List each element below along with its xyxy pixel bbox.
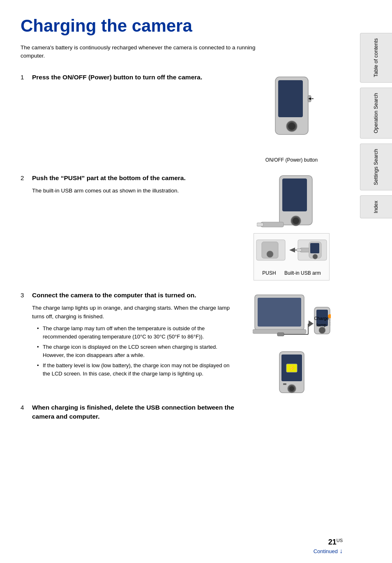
bullet-2: The charge icon is displayed on the LCD …	[37, 343, 234, 359]
page-title: Charging the camera	[21, 16, 347, 35]
push-usb-diagram-svg	[256, 238, 327, 266]
push-label: PUSH	[262, 270, 276, 276]
tab-label-settings: Settings Search	[373, 149, 379, 185]
step-3-text: 3 Connect the camera to the computer tha…	[21, 291, 234, 395]
svg-rect-1	[278, 80, 303, 117]
sidebar-tab-index[interactable]: Index	[360, 195, 392, 219]
page-number: 21US	[328, 538, 343, 547]
svg-marker-30	[309, 320, 314, 327]
tab-label-operation: Operation Search	[373, 93, 379, 133]
svg-rect-20	[297, 249, 302, 251]
bullet-1: The charge lamp may turn off when the te…	[37, 324, 234, 341]
step-1-image: ON/OFF (Power) button	[234, 73, 347, 164]
step-1-text: 1 Press the ON/OFF (Power) button to tur…	[21, 73, 234, 164]
push-usb-diagram-box: PUSH Built-in USB arm	[254, 233, 330, 280]
sidebar-tabs: Table of contents Operation Search Setti…	[355, 0, 392, 563]
svg-rect-25	[258, 298, 301, 327]
step-3-header: 3 Connect the camera to the computer tha…	[21, 291, 234, 300]
step-1-camera-illustration: ON/OFF (Power) button	[265, 73, 318, 164]
sidebar-tab-table-of-contents[interactable]: Table of contents	[360, 33, 392, 83]
step-3-row: 3 Connect the camera to the computer tha…	[21, 291, 347, 395]
sidebar-tab-operation-search[interactable]: Operation Search	[360, 88, 392, 139]
step-4-header: 4 When charging is finished, delete the …	[21, 403, 234, 421]
step-1-caption: ON/OFF (Power) button	[265, 157, 318, 164]
push-usb-labels: PUSH Built-in USB arm	[258, 270, 325, 276]
step-2-header: 2 Push the “PUSH” part at the bottom of …	[21, 174, 234, 183]
intro-text: The camera's battery is continuously rec…	[21, 44, 259, 60]
svg-point-42	[289, 386, 294, 391]
svg-rect-11	[261, 222, 284, 227]
step-1-title: Press the ON/OFF (Power) button to turn …	[32, 73, 202, 82]
step-2-image: PUSH Built-in USB arm	[234, 174, 347, 280]
svg-rect-8	[282, 178, 307, 211]
step-2-number: 2	[21, 174, 29, 182]
page-container: Charging the camera The camera's battery…	[0, 0, 392, 563]
step-4-row: 4 When charging is finished, delete the …	[21, 403, 347, 425]
continued-label: Continued	[314, 548, 338, 554]
continued-indicator: Continued ↓	[314, 547, 343, 555]
svg-text:⚡: ⚡	[288, 365, 295, 372]
tab-label-toc: Table of contents	[373, 38, 379, 77]
camera-svg-step1	[265, 73, 318, 155]
bullet-3: If the battery level is low (low battery…	[37, 361, 234, 378]
usb-arm-label: Built-in USB arm	[284, 270, 321, 276]
svg-rect-27	[277, 333, 284, 336]
step-1-number: 1	[21, 73, 29, 81]
tab-label-index: Index	[373, 201, 379, 213]
step-2-description: The built-in USB arm comes out as shown …	[32, 187, 234, 195]
continued-arrow: ↓	[339, 547, 343, 555]
step-3-title: Connect the camera to the computer that …	[32, 291, 196, 300]
charge-lamp-label: Charge lamp	[314, 315, 330, 328]
svg-point-23	[313, 254, 318, 259]
svg-point-3	[288, 123, 295, 130]
step-3-description1: The charge lamp lights up in orange, and…	[32, 304, 234, 321]
step-3-number: 3	[21, 291, 29, 299]
camera-usb-svg	[257, 174, 327, 233]
step-4-number: 4	[21, 403, 29, 412]
laptop-camera-connection: Charge lamp	[253, 291, 331, 345]
step-2-title: Push the “PUSH” part at the bottom of th…	[32, 174, 186, 183]
step-4-title: When charging is finished, delete the US…	[32, 403, 234, 421]
svg-marker-16	[289, 248, 295, 253]
step-2-row: 2 Push the “PUSH” part at the bottom of …	[21, 174, 347, 280]
svg-rect-40	[283, 383, 286, 385]
page-num-value: 21	[328, 538, 337, 546]
camera-charging-svg: ⚡	[277, 350, 306, 395]
step-2-text: 2 Push the “PUSH” part at the bottom of …	[21, 174, 234, 280]
svg-point-10	[293, 218, 299, 224]
sidebar-tab-settings-search[interactable]: Settings Search	[360, 144, 392, 190]
step-3-bullets: The charge lamp may turn off when the te…	[37, 324, 234, 378]
svg-rect-22	[310, 243, 319, 253]
step-3-image: Charge lamp ⚡	[234, 291, 347, 395]
svg-rect-12	[257, 223, 263, 226]
step-3-illustrations: Charge lamp ⚡	[253, 291, 331, 395]
step-1-row: 1 Press the ON/OFF (Power) button to tur…	[21, 73, 347, 164]
page-superscript: US	[337, 538, 343, 543]
svg-point-15	[267, 251, 273, 257]
step-4-text: 4 When charging is finished, delete the …	[21, 403, 234, 425]
step-1-header: 1 Press the ON/OFF (Power) button to tur…	[21, 73, 234, 82]
